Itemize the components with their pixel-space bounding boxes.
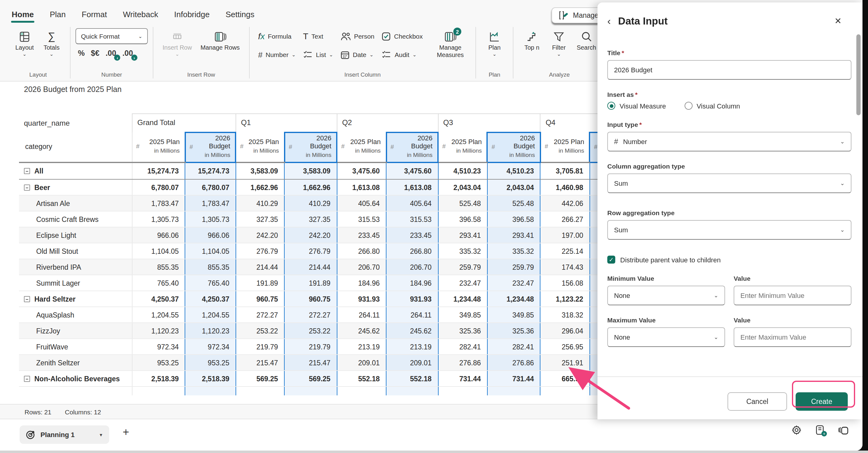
- scrollbar-thumb[interactable]: [856, 34, 861, 115]
- value-cell[interactable]: 232.47: [487, 275, 540, 291]
- measure-header-2025[interactable]: #2025 Planin Millions: [337, 132, 386, 162]
- value-cell[interactable]: 1,234.48: [487, 291, 540, 307]
- value-cell[interactable]: [132, 387, 185, 396]
- value-cell[interactable]: 405.64: [337, 196, 386, 212]
- value-cell[interactable]: 3,475.60: [337, 162, 386, 180]
- value-cell[interactable]: 209.01: [386, 355, 438, 371]
- distribute-checkbox-row[interactable]: ✓ Distribute parent value to children: [607, 256, 850, 264]
- value-cell[interactable]: 1,104.05: [132, 244, 185, 259]
- value-cell[interactable]: 2,518.39: [132, 371, 185, 387]
- value-cell[interactable]: 1,460.98: [540, 180, 590, 196]
- measure-header-2026[interactable]: #2026Budgetin Millions: [284, 132, 337, 162]
- value-cell[interactable]: 215.47: [236, 355, 285, 371]
- value-cell[interactable]: 4,250.37: [185, 291, 236, 307]
- value-cell[interactable]: 569.25: [236, 371, 285, 387]
- value-cell[interactable]: 335.32: [487, 244, 540, 259]
- value-cell[interactable]: 15,274.73: [132, 162, 185, 180]
- value-cell[interactable]: 276.79: [284, 244, 337, 259]
- value-cell[interactable]: 214.44: [236, 259, 285, 275]
- value-cell[interactable]: 174.43: [540, 259, 590, 275]
- value-cell[interactable]: 1,120.23: [185, 323, 236, 339]
- cancel-button[interactable]: Cancel: [727, 392, 787, 411]
- value-cell[interactable]: 665.52: [540, 371, 590, 387]
- value-cell[interactable]: 931.93: [386, 291, 438, 307]
- value-cell[interactable]: 259.79: [438, 259, 487, 275]
- collapse-icon[interactable]: [24, 168, 30, 174]
- value-cell[interactable]: 15,274.73: [185, 162, 236, 180]
- measure-header-2025[interactable]: #2025 Planin Millions: [132, 132, 185, 162]
- insert-row-button[interactable]: Insert Row ⌄: [158, 28, 196, 58]
- quarter-header-q3[interactable]: Q3: [438, 114, 540, 132]
- value-cell[interactable]: 1,234.48: [438, 291, 487, 307]
- value-cell[interactable]: 191.89: [284, 275, 337, 291]
- value-cell[interactable]: 266.27: [540, 212, 590, 227]
- row-label-cell[interactable]: Eclipse Light: [19, 227, 132, 244]
- radio-visual-column[interactable]: Visual Column: [684, 102, 740, 110]
- row-aggregation-select[interactable]: Sum ⌄: [607, 220, 851, 240]
- value-cell[interactable]: 209.01: [337, 355, 386, 371]
- audit-column-button[interactable]: Audit ⌄: [378, 46, 426, 63]
- value-cell[interactable]: 253.22: [284, 323, 337, 339]
- value-cell[interactable]: 1,783.47: [185, 196, 236, 212]
- value-cell[interactable]: [487, 387, 540, 396]
- value-cell[interactable]: 264.11: [386, 307, 438, 323]
- plan-button[interactable]: Plan ⌄: [481, 28, 508, 58]
- value-cell[interactable]: 1,305.73: [185, 212, 236, 227]
- add-template-button[interactable]: +: [815, 425, 825, 435]
- value-cell[interactable]: 1,305.73: [132, 212, 185, 227]
- value-cell[interactable]: 953.25: [132, 355, 185, 371]
- value-cell[interactable]: 215.47: [284, 355, 337, 371]
- menu-writeback[interactable]: Writeback: [122, 8, 159, 22]
- measure-header-2025[interactable]: #2025 Planin Millions: [236, 132, 285, 162]
- measure-header-2025[interactable]: #2025 Planin Millions: [438, 132, 487, 162]
- menu-plan[interactable]: Plan: [49, 8, 66, 22]
- value-cell[interactable]: 953.25: [185, 355, 236, 371]
- value-cell[interactable]: 282.41: [487, 339, 540, 355]
- value-cell[interactable]: 349.85: [487, 307, 540, 323]
- row-label-cell[interactable]: Summit Lager: [19, 275, 132, 291]
- row-label-cell[interactable]: Old Mill Stout: [19, 244, 132, 259]
- value-cell[interactable]: 2,043.04: [487, 180, 540, 196]
- increase-decimal-button[interactable]: .00›: [122, 49, 133, 58]
- value-cell[interactable]: 293.41: [487, 227, 540, 244]
- date-column-button[interactable]: Date ⌄: [337, 46, 378, 63]
- value-cell[interactable]: 731.44: [438, 371, 487, 387]
- input-type-select[interactable]: #Number ⌄: [607, 132, 851, 152]
- value-cell[interactable]: 315.53: [386, 212, 438, 227]
- panel-scrollbar[interactable]: [856, 32, 861, 374]
- value-cell[interactable]: 525.48: [438, 196, 487, 212]
- value-cell[interactable]: 552.18: [386, 371, 438, 387]
- value-cell[interactable]: 731.44: [487, 371, 540, 387]
- value-cell[interactable]: 6,780.07: [185, 180, 236, 196]
- value-cell[interactable]: 4,510.23: [487, 162, 540, 180]
- add-sheet-button[interactable]: +: [123, 426, 129, 439]
- value-cell[interactable]: 318.32: [540, 307, 590, 323]
- value-cell[interactable]: 206.70: [337, 259, 386, 275]
- value-cell[interactable]: 410.29: [284, 196, 337, 212]
- value-cell[interactable]: 256.95: [540, 339, 590, 355]
- row-label-cell[interactable]: FizzJoy: [19, 323, 132, 339]
- value-cell[interactable]: 405.64: [386, 196, 438, 212]
- sheet-tab-planning-1[interactable]: Planning 1 ▼: [20, 425, 109, 444]
- column-aggregation-select[interactable]: Sum ⌄: [607, 173, 851, 193]
- value-cell[interactable]: 4,250.37: [132, 291, 185, 307]
- value-cell[interactable]: [236, 387, 285, 396]
- value-cell[interactable]: 225.14: [540, 244, 590, 259]
- value-cell[interactable]: 276.79: [236, 244, 285, 259]
- row-label-cell[interactable]: [19, 387, 132, 396]
- value-cell[interactable]: 2,043.04: [438, 180, 487, 196]
- minimum-value-input[interactable]: Enter Minimum Value: [734, 286, 851, 305]
- radio-visual-measure[interactable]: Visual Measure: [607, 102, 666, 110]
- value-cell[interactable]: 765.40: [132, 275, 185, 291]
- value-cell[interactable]: 242.20: [284, 227, 337, 244]
- value-cell[interactable]: 245.62: [386, 323, 438, 339]
- close-icon[interactable]: ✕: [835, 16, 842, 26]
- value-cell[interactable]: 525.48: [487, 196, 540, 212]
- value-cell[interactable]: 349.85: [438, 307, 487, 323]
- value-cell[interactable]: 232.47: [438, 275, 487, 291]
- value-cell[interactable]: 972.34: [132, 339, 185, 355]
- value-cell[interactable]: 213.19: [337, 339, 386, 355]
- value-cell[interactable]: 184.96: [386, 275, 438, 291]
- value-cell[interactable]: [185, 387, 236, 396]
- collapse-icon[interactable]: [24, 376, 30, 382]
